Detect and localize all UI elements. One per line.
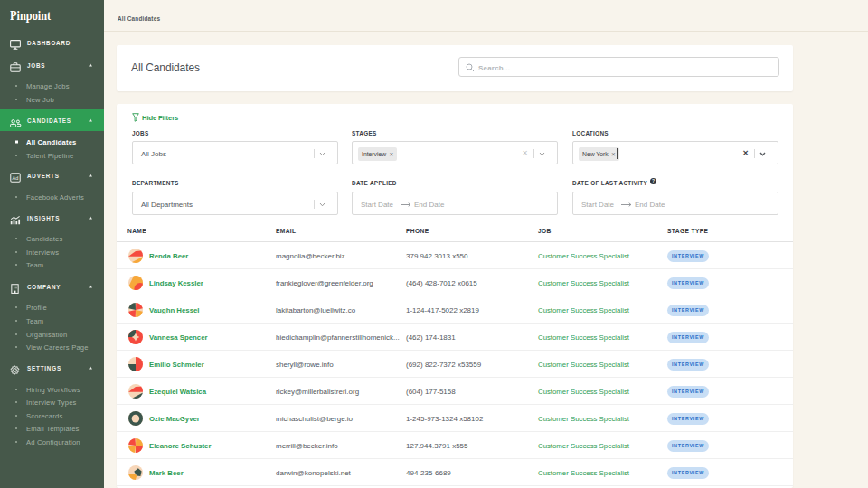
svg-text:Ad: Ad — [13, 175, 19, 181]
